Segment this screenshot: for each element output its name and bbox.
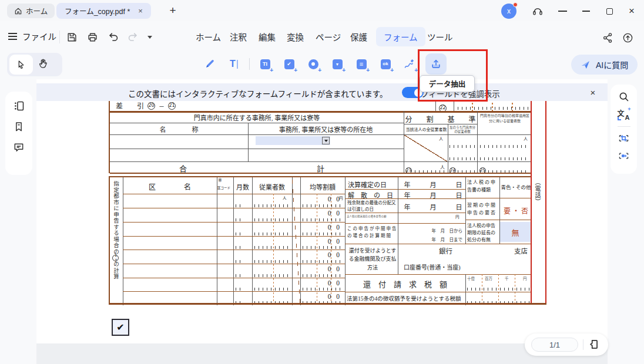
plus-badge: + [414, 68, 418, 73]
address-column-header: 事務所, 事業所又は寮等の所在地 [248, 124, 404, 134]
circled-17: 17 [112, 255, 119, 261]
translate-icon[interactable]: 文 A + [618, 108, 630, 121]
undo-history-dropdown[interactable] [143, 30, 157, 44]
office-header: 門真市内に所在する事務所, 事業所又は寮等 [110, 113, 404, 123]
tab-comment[interactable]: 注釈 [230, 31, 247, 43]
page-edge-line [531, 99, 532, 304]
tab-close-icon[interactable]: × [138, 7, 143, 15]
capital-label: 法人税の期末現在の資本金等の額 [347, 214, 400, 218]
collapse-panel-icon[interactable] [587, 338, 599, 350]
data-extract-tool[interactable] [425, 53, 447, 75]
checkbox-field-tool[interactable]: ✔+ [279, 54, 299, 74]
divider [618, 126, 630, 127]
signature-field-tool[interactable]: + [400, 54, 420, 74]
split-standard-header: 分 割 基 準 [404, 114, 477, 124]
ai-spark-icon [581, 60, 591, 70]
levy-zeros: 0 0 [328, 210, 341, 217]
text-select-tool[interactable]: T [224, 54, 244, 74]
digit-header: 十億 [467, 275, 475, 281]
tab-page[interactable]: ページ [316, 31, 341, 43]
next-interim-value: 要 ・ 否 [500, 205, 532, 216]
digit-header: 千 [505, 275, 509, 281]
code-column-header: 区コード [217, 186, 230, 190]
translate-a-glyph: A [625, 114, 630, 121]
save-button[interactable] [65, 30, 79, 44]
left-rail [0, 79, 36, 364]
branch-word: 支店 [514, 246, 528, 255]
divider [583, 339, 583, 350]
tab-protect[interactable]: 保護 [350, 31, 367, 43]
comments-panel-icon[interactable] [13, 141, 25, 153]
upload-cloud-icon[interactable] [620, 31, 635, 45]
dropdown-field-tool[interactable]: ▼+ [327, 54, 347, 74]
translate-plus: + [628, 106, 630, 112]
document-tab-label: フォーム_copy.pdf * [65, 5, 130, 16]
document-tab[interactable]: フォーム_copy.pdf * × [56, 3, 151, 19]
new-tab-button[interactable]: + [165, 3, 180, 18]
page-indicator-field[interactable]: 1/1 [531, 338, 578, 352]
canvas-background [36, 343, 608, 364]
listbox-field-tool[interactable]: ≡+ [351, 54, 371, 74]
right-rail: 文 A + [608, 79, 644, 364]
dropdown-arrow-icon[interactable] [322, 137, 330, 144]
levy-zeros: 0 0 [328, 251, 341, 258]
radio-field-tool[interactable]: + [303, 54, 323, 74]
ask-ai-button[interactable]: AIに質問 [571, 55, 638, 75]
button-glyph: ok [381, 59, 391, 69]
plus-badge: + [390, 68, 394, 73]
bank-label: 還付を受けようとする金融機関及び支払方法 [347, 247, 398, 272]
file-menu-icon [8, 36, 17, 37]
ask-ai-label: AIに質問 [596, 59, 628, 70]
ymd-row: 年 月 日 [404, 180, 462, 189]
unit-yen: 円 [455, 214, 459, 220]
months-column-header: 月数 [233, 182, 252, 191]
edit-form-tool[interactable] [200, 54, 220, 74]
tab-tools[interactable]: ツール [427, 31, 453, 43]
employees-column-header: 従業者数 [252, 182, 292, 191]
city-employees-header: 左のうち門真市分の従業者数 [449, 126, 476, 134]
listbox-glyph: ≡ [357, 59, 367, 69]
dropdown-glyph: ▼ [333, 59, 343, 69]
tab-home[interactable]: ホーム [196, 31, 221, 43]
tab-convert[interactable]: 変換 [287, 31, 304, 43]
undo-button[interactable] [106, 30, 120, 44]
file-menu-button[interactable]: ファイル [8, 30, 56, 42]
search-icon[interactable] [618, 90, 630, 103]
support-headset-icon[interactable] [531, 5, 544, 18]
tab-edit[interactable]: 編集 [259, 31, 276, 43]
circled-22-cell: 22 [439, 101, 447, 112]
code-note: ※ [218, 178, 222, 183]
unit-person: 人 [440, 164, 445, 170]
maximize-button[interactable] [603, 5, 616, 18]
crop-capture-icon[interactable] [618, 132, 630, 144]
bookmarks-panel-icon[interactable] [13, 121, 25, 133]
print-button[interactable] [85, 30, 99, 44]
settle-date-label: 決算確定の日 [348, 180, 398, 189]
sashihiki-row: 差 引 20 － 21 [116, 100, 176, 111]
redo-button[interactable] [125, 30, 139, 44]
minimize-button[interactable] [579, 5, 592, 18]
home-tab[interactable]: ホーム [7, 4, 55, 18]
notification-close-icon[interactable]: × [586, 86, 599, 99]
notification-message: この文書にはインタラクティブなフォームフィールドが含まれています。 [128, 87, 387, 99]
button-field-tool[interactable]: ok+ [375, 54, 395, 74]
form-checkbox-field[interactable]: ✔ [112, 319, 129, 336]
side-label-b: の計算 [113, 261, 119, 280]
app-menu-icon[interactable] [556, 5, 569, 18]
text-field-tool[interactable]: TI+ [255, 54, 275, 74]
right-panel-group: 文 A + [611, 85, 637, 174]
divider [59, 31, 60, 43]
pdf-page: 差 引 20 － 21 22 門真市内に所在する事務所, 事業所又は寮等 名 称… [36, 79, 608, 343]
share-icon[interactable] [601, 31, 615, 45]
select-tool[interactable] [9, 55, 33, 75]
window-close-button[interactable]: × [625, 5, 638, 18]
hand-tool[interactable] [38, 58, 49, 69]
tab-form[interactable]: フォーム [376, 27, 425, 46]
thumbnails-panel-icon[interactable] [13, 100, 25, 112]
screen-record-icon[interactable] [618, 150, 630, 162]
radio-glyph [308, 59, 318, 69]
levy-zeros: 0 0 [328, 196, 341, 203]
circled-21: 21 [168, 102, 176, 110]
address-dropdown-field[interactable] [256, 136, 330, 145]
form-bottom-border [109, 303, 546, 305]
